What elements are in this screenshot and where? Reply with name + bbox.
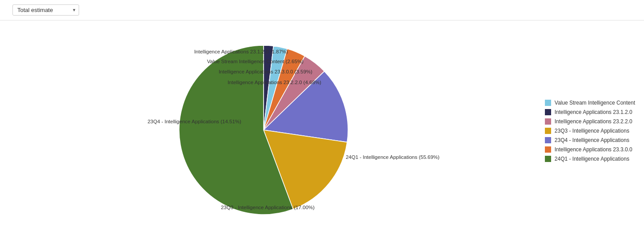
legend-color-0	[545, 100, 551, 106]
legend-label-6: 24Q1 - Intelligence Applications	[555, 156, 629, 162]
legend: Value Stream Intelligence ContentIntelli…	[545, 95, 635, 165]
pie-label-5: 23Q3 - Intelligence Applications (17.00%…	[221, 205, 315, 210]
legend-color-1	[545, 109, 551, 115]
legend-label-0: Value Stream Intelligence Content	[555, 100, 635, 106]
legend-item-2: Intelligence Applications 23.2.2.0	[545, 118, 635, 125]
legend-item-5: Intelligence Applications 23.3.0.0	[545, 146, 635, 153]
pie-label-4: 23Q4 - Intelligence Applications (14.51%…	[148, 119, 241, 124]
legend-label-5: Intelligence Applications 23.3.0.0	[555, 146, 632, 153]
pie-label-0: Intelligence Applications 23.1.2.0 (1.87…	[194, 49, 288, 54]
legend-label-2: Intelligence Applications 23.2.2.0	[555, 118, 632, 125]
aggregation-dropdown-wrapper: Total estimate Count Average ▾	[12, 4, 79, 16]
aggregation-dropdown[interactable]: Total estimate Count Average	[12, 4, 79, 16]
legend-label-3: 23Q3 - Intelligence Applications	[555, 128, 629, 134]
pie-chart-container: Intelligence Applications 23.1.2.0 (1.87…	[170, 36, 357, 223]
chart-wrapper: Intelligence Applications 23.1.2.0 (1.87…	[9, 36, 518, 223]
legend-label-4: 23Q4 - Intelligence Applications	[555, 137, 629, 143]
legend-color-2	[545, 118, 551, 125]
pie-label-6: 24Q1 - Intelligence Applications (55.69%…	[346, 154, 440, 160]
legend-item-1: Intelligence Applications 23.1.2.0	[545, 109, 635, 115]
legend-color-6	[545, 156, 551, 162]
legend-item-0: Value Stream Intelligence Content	[545, 100, 635, 106]
chart-area: Intelligence Applications 23.1.2.0 (1.87…	[0, 20, 644, 239]
legend-item-6: 24Q1 - Intelligence Applications	[545, 156, 635, 162]
legend-items: Value Stream Intelligence ContentIntelli…	[545, 100, 635, 162]
legend-item-3: 23Q3 - Intelligence Applications	[545, 128, 635, 134]
legend-color-4	[545, 137, 551, 143]
top-bar: Total estimate Count Average ▾	[0, 0, 644, 20]
pie-label-2: Intelligence Applications 23.3.0.0 (3.59…	[219, 69, 312, 74]
legend-color-5	[545, 146, 551, 153]
kebab-menu-button[interactable]	[84, 9, 90, 11]
legend-color-3	[545, 128, 551, 134]
pie-label-3: Intelligence Applications 23.2.2.0 (4.68…	[228, 80, 321, 85]
pie-label-1: Value Stream Intelligence Content (2.65%…	[207, 59, 304, 64]
legend-item-4: 23Q4 - Intelligence Applications	[545, 137, 635, 143]
pie-chart-svg	[170, 36, 357, 223]
legend-label-1: Intelligence Applications 23.1.2.0	[555, 109, 632, 115]
